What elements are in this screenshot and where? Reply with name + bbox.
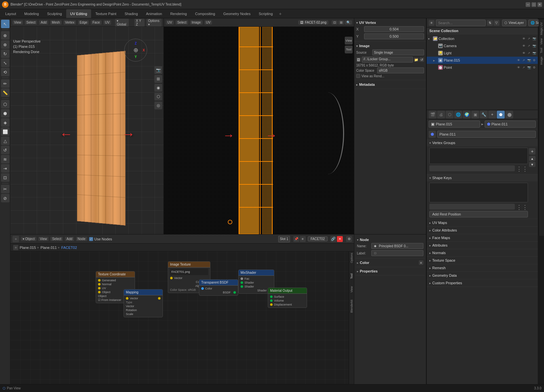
custom-properties-header[interactable]: ▸ Custom Properties <box>427 279 538 287</box>
node-canvas[interactable]: Texture Coordinate Generated Normal UV O… <box>10 252 354 392</box>
uv-maps-header[interactable]: ▸ UV Maps <box>427 219 538 226</box>
viewport-vertex-menu[interactable]: Vertex <box>64 20 76 25</box>
viewport-shading-solid-btn[interactable]: ◉ <box>154 84 162 92</box>
uv-select-menu[interactable]: Select <box>176 20 188 25</box>
viewport-view-menu[interactable]: View <box>12 20 23 25</box>
tab-modeling[interactable]: Modeling <box>20 9 43 18</box>
tool-rotate[interactable]: ↻ <box>1 49 10 58</box>
face-maps-header[interactable]: ▸ Face Maps <box>427 234 538 241</box>
outliner-filter-icon[interactable]: ≡ <box>429 20 435 26</box>
add-rest-position-button[interactable]: Add Rest Position <box>429 211 528 217</box>
tool-poly-build[interactable]: △ <box>1 137 10 145</box>
viewport-edge-menu[interactable]: Edge <box>78 20 89 25</box>
plane015-extra-btn[interactable]: ⚙ <box>532 58 536 63</box>
vg-add-button[interactable]: + <box>529 148 535 155</box>
mesh-icon-btn[interactable]: ⬟ <box>429 131 436 138</box>
uv-view-menu[interactable]: UV <box>166 20 174 25</box>
minimize-button[interactable]: ─ <box>526 2 530 7</box>
viewport-uv-menu[interactable]: UV <box>104 20 111 25</box>
geometry-data-header[interactable]: ▸ Geometry Data <box>427 272 538 279</box>
tool-cursor[interactable]: ⊕ <box>1 31 10 40</box>
viewport-options-btn[interactable]: Options ▾ <box>146 19 162 27</box>
props-tab-render[interactable]: 🎬 <box>429 111 437 119</box>
node-options-tab[interactable]: Options <box>350 253 353 263</box>
node-mode-icon[interactable]: ○ <box>12 236 19 242</box>
node-color-header[interactable]: ▸ Color ≡ <box>356 260 425 266</box>
color-space-dropdown[interactable]: sRGB <box>377 67 424 73</box>
tab-sculpting[interactable]: Sculpting <box>43 9 66 18</box>
plane015-vis-btn[interactable]: 👁 <box>516 58 521 63</box>
tool-select[interactable]: ↖ <box>1 20 10 28</box>
uv-image-selector[interactable]: 🖼 FACET-02.png <box>298 20 328 25</box>
plane015-render-btn[interactable]: 📷 <box>527 58 531 63</box>
viewport-grid-btn[interactable]: ⊞ <box>154 75 162 83</box>
node-remove-btn[interactable]: ✕ <box>337 236 343 242</box>
close-button[interactable]: ✕ <box>537 2 542 7</box>
normals-header[interactable]: ▸ Normals <box>427 249 538 256</box>
viewport-face-menu[interactable]: Face <box>91 20 101 25</box>
uv-x-input[interactable] <box>364 26 424 32</box>
props-tab-view-layer[interactable]: ⬡ <box>446 111 454 119</box>
uv-tool-2[interactable]: ⊞ <box>338 20 344 25</box>
tab-uv-editing[interactable]: UV Editing <box>66 9 91 18</box>
image-reload-icon[interactable]: ↺ <box>419 57 424 62</box>
uv-magic-uv-tab[interactable]: Magic UV <box>539 21 544 36</box>
vg-down-button[interactable]: ▼ <box>529 162 535 167</box>
tree-item-camera[interactable]: ▸ 📷 Camera 👁 ↗ 📷 <box>427 42 538 49</box>
node-properties-header[interactable]: ▸ Properties <box>356 269 425 274</box>
use-nodes-checkbox[interactable]: ✓ <box>89 237 93 241</box>
remesh-header[interactable]: ▸ Remesh <box>427 264 538 271</box>
light-vis-btn[interactable]: 👁 <box>521 51 526 55</box>
node-label-value[interactable]: □ <box>371 250 423 256</box>
point-vis-btn[interactable]: 👁 <box>516 65 521 70</box>
node-link-btn[interactable]: 🔗 <box>330 236 336 242</box>
props-tab-particles[interactable]: ✦ <box>488 111 496 119</box>
node-transparent-bsdf[interactable]: Transparent BSDF Color BSDF <box>199 279 238 296</box>
props-tab-data[interactable]: ⬟ <box>497 111 505 119</box>
node-view-btn[interactable]: View <box>38 237 49 241</box>
node-node-btn[interactable]: Node <box>76 237 87 241</box>
tab-shading[interactable]: Shading <box>121 9 142 18</box>
tool-loop-cut[interactable]: ⬜ <box>1 127 10 136</box>
viewport-global-dropdown[interactable]: ▾ Global <box>115 19 128 27</box>
obj-selector-plane011[interactable]: ⬟ Plane.011 <box>485 121 536 128</box>
tab-geometry-nodes[interactable]: Geometry Nodes <box>219 9 254 18</box>
texture-space-header[interactable]: ▸ Texture Space <box>427 257 538 264</box>
point-render-btn[interactable]: 📷 <box>527 65 531 70</box>
point-extra-btn[interactable]: ⚙ <box>532 65 536 70</box>
uv-uv-menu[interactable]: UV <box>204 20 212 25</box>
collection-select-btn[interactable]: ↗ <box>527 36 531 41</box>
tool-bevel[interactable]: ◈ <box>1 118 10 127</box>
uv-view-image-btn[interactable]: View <box>345 37 353 45</box>
uv-image-menu[interactable]: Image <box>190 20 203 25</box>
tree-item-plane015[interactable]: ▸ ▣ Plane.015 👁 ↗ 📷 ⚙ <box>427 57 538 64</box>
node-object-dropdown[interactable]: ▾ Object <box>21 237 36 241</box>
mesh-name-input[interactable] <box>437 131 536 138</box>
uv-tool-btn[interactable]: Tool <box>345 46 353 53</box>
maximize-button[interactable]: □ <box>532 2 536 7</box>
tool-scale[interactable]: ⤡ <box>1 59 10 67</box>
tool-inset[interactable]: ⬢ <box>1 109 10 118</box>
obj-selector-plane015[interactable]: ▣ Plane.015 <box>429 121 480 128</box>
vertex-groups-header[interactable]: ▾ Vertex Groups <box>427 139 538 146</box>
color-attributes-header[interactable]: ▸ Color Attributes <box>427 227 538 234</box>
bc-plane011[interactable]: Plane.011 <box>41 246 57 250</box>
tool-knife[interactable]: ✂ <box>1 185 10 193</box>
add-workspace-button[interactable]: + <box>277 10 283 17</box>
shape-keys-header[interactable]: ▾ Shape Keys <box>427 174 538 181</box>
image-folder-icon[interactable]: 📁 <box>414 57 418 62</box>
node-material-browse[interactable]: ≡ <box>300 236 306 242</box>
node-mapping[interactable]: Mapping Vector Type Vector Rotation Scal… <box>124 289 163 317</box>
props-tab-scene[interactable]: 🌐 <box>454 111 462 119</box>
tool-move[interactable]: ⊕ <box>1 40 10 49</box>
point-select-btn[interactable]: ↗ <box>521 65 526 70</box>
viewport-add-menu[interactable]: Add <box>39 20 48 25</box>
node-add-btn[interactable]: Add <box>65 237 74 241</box>
tab-scripting[interactable]: Scripting <box>255 9 277 18</box>
tab-rendering[interactable]: Rendering <box>166 9 191 18</box>
image-path[interactable]: //..\Locker Group... <box>362 57 413 63</box>
props-tab-material[interactable]: ⬤ <box>505 111 513 119</box>
props-tab-modifier[interactable]: 🔧 <box>480 111 488 119</box>
bc-plane015[interactable]: Plane.015 <box>20 246 36 250</box>
tab-compositing[interactable]: Compositing <box>191 9 219 18</box>
